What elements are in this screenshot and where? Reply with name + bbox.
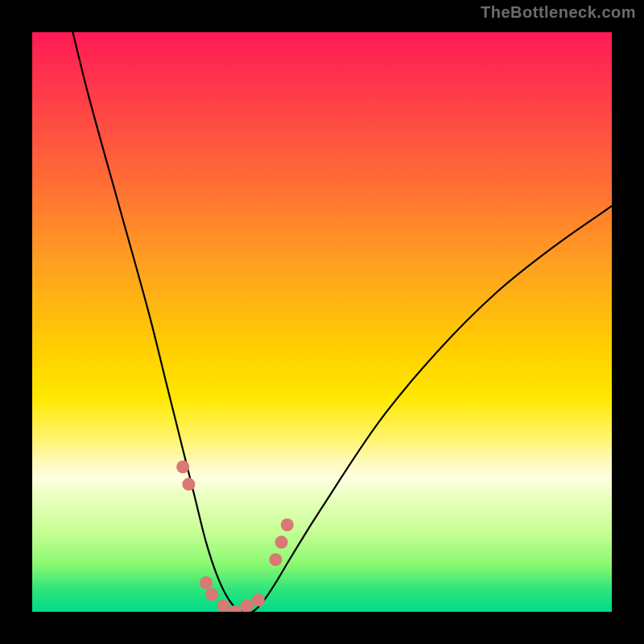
attribution-text: TheBottleneck.com — [481, 3, 636, 22]
chart-frame: TheBottleneck.com — [0, 0, 644, 644]
data-marker — [275, 536, 288, 549]
bottleneck-curve — [72, 32, 612, 612]
data-marker — [269, 553, 282, 566]
data-marker — [217, 600, 230, 612]
data-marker — [240, 600, 253, 612]
plot-area — [32, 32, 612, 612]
data-marker — [281, 518, 294, 531]
data-marker — [182, 478, 195, 491]
data-marker — [176, 460, 189, 473]
data-markers — [176, 460, 294, 612]
data-marker — [252, 594, 265, 607]
data-marker — [200, 576, 213, 589]
data-marker — [229, 605, 242, 612]
chart-svg — [32, 32, 612, 612]
data-marker — [205, 588, 218, 601]
